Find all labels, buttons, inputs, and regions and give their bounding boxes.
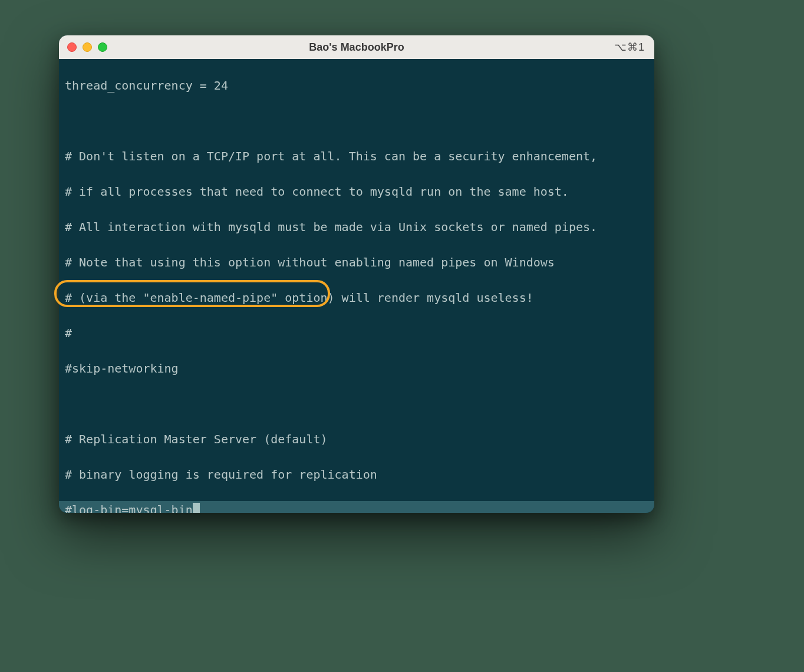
code-line: # Replication Master Server (default) [59,430,654,448]
code-line: # Note that using this option without en… [59,253,654,271]
code-line: # (via the "enable-named-pipe" option) w… [59,289,654,307]
cursor-icon [193,503,200,513]
code-line [59,395,654,413]
code-line [59,112,654,130]
window-controls [67,42,107,52]
code-line: # All interaction with mysqld must be ma… [59,218,654,236]
code-line: # binary logging is required for replica… [59,466,654,483]
code-line: # [59,324,654,342]
terminal-window: Bao's MacbookPro ⌥⌘1 thread_concurrency … [59,35,654,513]
code-line: # if all processes that need to connect … [59,183,654,200]
zoom-icon[interactable] [98,42,107,52]
code-line: # Don't listen on a TCP/IP port at all. … [59,147,654,165]
code-line: thread_concurrency = 24 [59,77,654,94]
terminal-body[interactable]: thread_concurrency = 24 # Don't listen o… [59,59,654,513]
highlighted-line: #log-bin=mysql-bin [59,501,654,513]
minimize-icon[interactable] [83,42,92,52]
code-line: #skip-networking [59,360,654,377]
close-icon[interactable] [67,42,77,52]
window-title: Bao's MacbookPro [59,41,654,54]
tab-shortcut: ⌥⌘1 [614,41,645,54]
code-text: #log-bin=mysql-bin [65,503,193,513]
titlebar[interactable]: Bao's MacbookPro ⌥⌘1 [59,35,654,60]
